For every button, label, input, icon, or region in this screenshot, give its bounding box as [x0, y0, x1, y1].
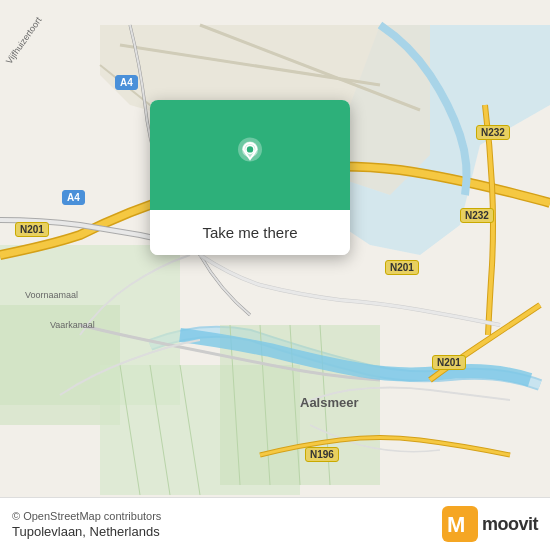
svg-point-20 [247, 146, 253, 152]
road-badge-n201-left: N201 [15, 222, 49, 237]
popup-green-area [150, 100, 350, 210]
location-pin-icon [230, 135, 270, 175]
take-me-there-button[interactable]: Take me there [150, 210, 350, 255]
map-background [0, 0, 550, 550]
moovit-wordmark: moovit [482, 514, 538, 535]
moovit-m-icon: M [442, 506, 478, 542]
road-badge-a4-top: A4 [115, 75, 138, 90]
road-badge-n232-top: N232 [476, 125, 510, 140]
road-badge-n201-right: N201 [385, 260, 419, 275]
road-badge-n232-mid: N232 [460, 208, 494, 223]
road-badge-n196: N196 [305, 447, 339, 462]
copyright-text: © OpenStreetMap contributors [12, 510, 161, 522]
location-name: Tupolevlaan, Netherlands [12, 524, 161, 539]
moovit-logo: M moovit [442, 506, 538, 542]
map-container: Take me there Aalsmeer Vijfhuizertoort V… [0, 0, 550, 550]
road-badge-n201-se: N201 [432, 355, 466, 370]
bottom-bar: © OpenStreetMap contributors Tupolevlaan… [0, 497, 550, 550]
road-badge-a4-mid: A4 [62, 190, 85, 205]
popup-card: Take me there [150, 100, 350, 255]
svg-text:M: M [447, 512, 465, 537]
